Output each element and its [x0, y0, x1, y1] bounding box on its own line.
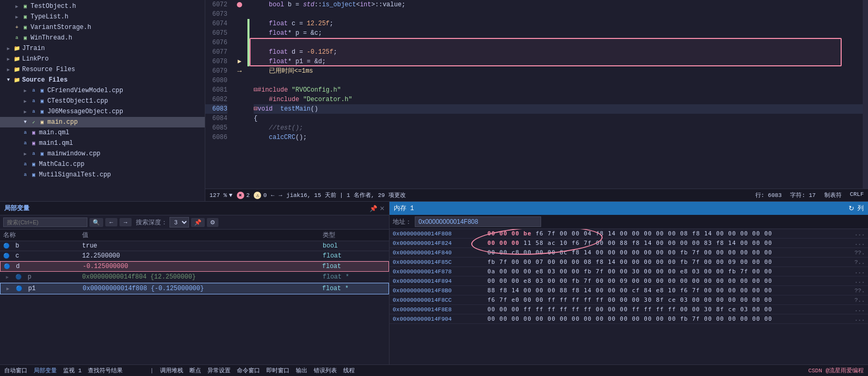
mem-bytes: 00 00 00 e8 03 00 00 fb 7f 00 00 09 00 0…	[487, 276, 854, 286]
mem-ellipsis: ...	[854, 276, 865, 286]
vars-table: 🔵 b true bool 🔵 c 12.2500000 float 🔵	[0, 241, 389, 364]
gutter-empty	[232, 114, 247, 123]
sidebar-item-sourcefiles[interactable]: ▼ 📁 Source Files	[0, 75, 205, 85]
sidebar-item-label: MathCalc.cpp	[39, 161, 84, 168]
eol-info: CRLF	[850, 191, 864, 199]
var-row-p1[interactable]: ▶ 🔵 p1 0x00000000014f808 {-0.125000000} …	[0, 283, 389, 294]
search-icon-btn[interactable]: 🔍	[89, 218, 103, 227]
var-value-p: 0x00000000014f804 {12.2500000}	[82, 273, 323, 281]
var-row-c[interactable]: 🔵 c 12.2500000 float	[0, 251, 389, 261]
debug-tab-exceptions[interactable]: 异常设置	[207, 367, 231, 374]
mem-addr: 0x00000000014F904	[393, 314, 487, 324]
sidebar-item-j06[interactable]: ▶ a ▣ J06MessageObject.cpp	[0, 106, 205, 117]
nav-forward-btn[interactable]: →	[119, 218, 132, 226]
code-line-6080	[254, 76, 863, 85]
var-icon: 🔵	[16, 286, 22, 292]
arrow-icon: ▼	[21, 118, 29, 126]
debug-tab-breakpoints[interactable]: 断点	[189, 367, 201, 374]
close-panel-button[interactable]: ✕	[380, 205, 385, 212]
code-text: //test();	[254, 123, 303, 133]
var-name-c: 🔵 c	[3, 252, 82, 260]
code-line-6076	[254, 38, 863, 47]
col-header-value: 值	[82, 231, 323, 240]
warning-indicator[interactable]: ⚠ 0	[254, 192, 267, 199]
zoom-control[interactable]: 127 % ▼	[209, 192, 233, 199]
file-icon: ▣	[21, 13, 29, 21]
var-row-b[interactable]: 🔵 b true bool	[0, 241, 389, 251]
error-indicator[interactable]: ✖ 2	[237, 192, 250, 199]
mem-addr: 0x00000000014F8B0	[393, 286, 487, 295]
mem-row-2: 0x00000000014F840 00 00 c8 00 00 00 8c f…	[390, 248, 868, 258]
gutter-empty	[232, 38, 247, 47]
depth-select[interactable]: 3 1 2 4 5	[169, 217, 189, 227]
file-icon: a	[29, 107, 38, 116]
mem-ellipsis: ?..	[854, 258, 865, 267]
debug-tab-immediate[interactable]: 即时窗口	[266, 367, 290, 374]
arrow-icon: ▼	[4, 76, 13, 84]
sidebar-item-main-qml[interactable]: a ▣ main.qml	[0, 127, 205, 138]
pin-toolbar-btn[interactable]: 📌	[191, 218, 205, 227]
code-area[interactable]: bool b = std::is_object<int>::value; flo…	[250, 0, 863, 189]
line-num: 6079	[205, 66, 227, 76]
sidebar-item-label: main.cpp	[47, 118, 78, 126]
gutter-empty	[232, 85, 247, 95]
sidebar-item-cfriend[interactable]: ▶ a ▣ CFriendViewModel.cpp	[0, 85, 205, 96]
settings-toolbar-btn[interactable]: ⚙	[207, 218, 218, 227]
sidebar-item-jtrain[interactable]: ▶ 📁 JTrain	[0, 43, 205, 54]
line-num: 6080	[205, 76, 227, 85]
zoom-dropdown-icon[interactable]: ▼	[229, 192, 233, 199]
memory-title: 内存 1	[394, 204, 414, 213]
memory-content[interactable]: 0x00000000014F808 00 00 00 be f6 7f 00 0…	[390, 229, 868, 364]
encoding-info: 制表符	[824, 191, 842, 199]
nav-back-btn[interactable]: ←	[105, 218, 117, 226]
sidebar-item-winthread[interactable]: a ▣ WinThread.h	[0, 33, 205, 43]
memory-refresh-btn[interactable]: ↻	[849, 204, 854, 213]
sidebar-item-label: Resource Files	[22, 66, 75, 73]
debug-tab-auto[interactable]: 自动窗口	[4, 367, 27, 374]
gutter-empty	[232, 123, 247, 133]
code-text: {	[254, 114, 257, 123]
gutter-empty	[232, 76, 247, 85]
file-icon: a	[21, 139, 29, 147]
var-row-p[interactable]: ▶ 🔵 p 0x00000000014f804 {12.2500000} flo…	[0, 272, 389, 283]
debug-tab-output[interactable]: 输出	[296, 367, 307, 374]
debug-tab-threads[interactable]: 线程	[343, 367, 355, 374]
search-input[interactable]	[3, 217, 87, 227]
sidebar-item-resource[interactable]: ▶ 📁 Resource Files	[0, 64, 205, 75]
debug-tab-watch[interactable]: 监视 1	[63, 367, 82, 374]
sidebar-item-main1-qml[interactable]: a ▣ main1.qml	[0, 138, 205, 149]
debug-tab-errorlist[interactable]: 错误列表	[314, 367, 337, 374]
status-bar: 127 % ▼ ✖ 2 ⚠ 0 ← → jiak16, 15 天前 | 1 名作…	[205, 189, 868, 201]
sidebar-item-mathcalc[interactable]: a ▣ MathCalc.cpp	[0, 159, 205, 170]
var-name-label: p1	[28, 285, 35, 292]
debug-tab-callstack[interactable]: 调用堆栈	[160, 367, 183, 374]
debug-tab-command[interactable]: 命令窗口	[237, 367, 260, 374]
sidebar-item-label: main1.qml	[39, 140, 73, 147]
code-text: #include "Decorator.h"	[254, 95, 352, 104]
file-cpp-icon: ▣	[38, 118, 46, 126]
back-icon: ←	[271, 192, 275, 199]
editor: 6072 6073 6074 6075 6076 6077 6078 6079 …	[205, 0, 868, 201]
nav-back[interactable]: ←	[271, 192, 275, 199]
addr-input[interactable]	[415, 216, 541, 227]
breakpoint-icon[interactable]	[237, 2, 242, 7]
sidebar-item-typelist[interactable]: ▶ ▣ TypeList.h	[0, 12, 205, 22]
var-row-d[interactable]: 🔵 d -0.125000000 float	[0, 261, 389, 272]
nav-forward[interactable]: →	[278, 192, 282, 199]
sidebar-item-main-cpp[interactable]: ▼ ✓ ▣ main.cpp	[0, 117, 205, 127]
code-text: float* p = &c;	[254, 28, 322, 38]
debug-tab-locals[interactable]: 局部变量	[34, 367, 57, 374]
sidebar-item-ctestobj[interactable]: ▶ a ▣ CTestObject1.cpp	[0, 96, 205, 106]
editor-scrollbar[interactable]	[863, 0, 868, 189]
var-value-b: true	[82, 242, 323, 250]
pin-button[interactable]: 📌	[370, 205, 377, 212]
sidebar-item-testobject[interactable]: ▶ ▣ TestObject.h	[0, 1, 205, 12]
sidebar-item-variantstorage[interactable]: + ▣ VariantStorage.h	[0, 22, 205, 33]
sidebar-item-label: LinkPro	[22, 55, 48, 63]
debug-bar: 自动窗口 局部变量 监视 1 查找符号结果 | 调用堆栈 断点 异常设置 命令窗…	[0, 364, 868, 376]
sidebar-item-linkpro[interactable]: ▶ 📁 LinkPro	[0, 54, 205, 64]
sidebar-item-mutilsignal[interactable]: a ▣ MutilSignalTest.cpp	[0, 170, 205, 180]
sidebar-item-mainwindow[interactable]: ▶ a ▣ mainwindow.cpp	[0, 149, 205, 159]
mem-addr: 0x00000000014F878	[393, 267, 487, 276]
debug-tab-find[interactable]: 查找符号结果	[88, 367, 123, 374]
